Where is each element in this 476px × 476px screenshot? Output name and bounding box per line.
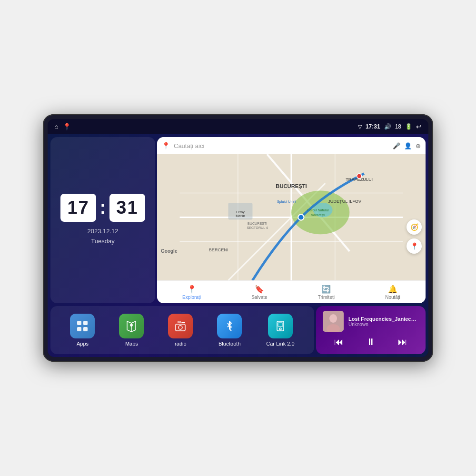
- music-controls: ⏮ ⏸ ⏭: [323, 335, 419, 349]
- news-label: Noutăți: [385, 295, 400, 300]
- clock-date: 2023.12.12 Tuesday: [87, 227, 118, 247]
- svg-text:BUCUREȘTI: BUCUREȘTI: [276, 183, 307, 189]
- status-right-info: ▽ 17:31 🔊 18 🔋 ↩: [358, 123, 422, 130]
- status-bar: ⌂ 📍 ▽ 17:31 🔊 18 🔋 ↩: [48, 119, 428, 134]
- svg-rect-25: [77, 321, 81, 325]
- radio-label: radio: [175, 341, 186, 347]
- svg-point-33: [178, 326, 182, 329]
- top-row: 17 : 31 2023.12.12 Tuesday 📍 Căutați aic…: [48, 134, 428, 305]
- clock-hour: 17: [60, 194, 96, 222]
- status-left-icons: ⌂ 📍: [54, 123, 71, 130]
- map-layers-icon[interactable]: ⊕: [416, 142, 421, 149]
- map-account-icon[interactable]: 👤: [404, 142, 412, 149]
- map-body: BUCUREȘTI JUDEȚUL ILFOV TRAPEZULUI Parcu…: [157, 154, 426, 280]
- svg-rect-34: [181, 322, 185, 323]
- svg-text:Merlin: Merlin: [236, 215, 245, 218]
- app-icons-panel: Apps Maps: [50, 306, 314, 354]
- svg-rect-26: [83, 321, 88, 325]
- clock-minute: 31: [109, 194, 145, 222]
- clock-day-value: Tuesday: [87, 237, 118, 247]
- svg-text:BERCENI: BERCENI: [209, 248, 228, 252]
- map-header: 📍 Căutați aici 🎤 👤 ⊕: [157, 137, 426, 154]
- signal-icon: ▽: [358, 124, 362, 130]
- music-info: Lost Frequencies_Janieck Devy-... Unknow…: [323, 311, 419, 332]
- screen: ⌂ 📍 ▽ 17:31 🔊 18 🔋 ↩ 17 :: [48, 119, 428, 357]
- svg-text:Leroy: Leroy: [236, 210, 245, 214]
- svg-text:SECTORUL 4: SECTORUL 4: [247, 226, 268, 230]
- clock-colon: :: [100, 198, 106, 218]
- svg-text:FM: FM: [178, 321, 181, 324]
- back-icon[interactable]: ↩: [416, 123, 422, 130]
- explore-icon: 📍: [187, 285, 197, 294]
- saved-icon: 🔖: [255, 285, 264, 294]
- saved-label: Salvate: [251, 295, 267, 300]
- volume-icon: 🔊: [384, 123, 391, 130]
- maps-label: Maps: [125, 341, 138, 347]
- music-panel: Lost Frequencies_Janieck Devy-... Unknow…: [316, 306, 426, 354]
- svg-point-31: [130, 324, 133, 327]
- svg-text:BUCUREȘTI: BUCUREȘTI: [248, 222, 267, 226]
- location-icon[interactable]: 📍: [63, 123, 71, 130]
- music-next-button[interactable]: ⏭: [394, 335, 411, 349]
- app-icon-maps[interactable]: Maps: [119, 314, 144, 347]
- map-location-button[interactable]: 📍: [407, 238, 422, 254]
- home-icon[interactable]: ⌂: [54, 123, 58, 130]
- map-search-input[interactable]: Căutați aici: [174, 142, 389, 149]
- music-text-info: Lost Frequencies_Janieck Devy-... Unknow…: [348, 316, 419, 327]
- app-icon-radio[interactable]: FM radio: [168, 314, 193, 347]
- map-nav-news[interactable]: 🔔 Noutăți: [385, 285, 400, 300]
- music-playpause-button[interactable]: ⏸: [362, 335, 379, 349]
- clock-widget: 17 : 31 2023.12.12 Tuesday: [50, 137, 155, 303]
- explore-label: Explorați: [182, 295, 201, 300]
- svg-rect-32: [176, 324, 185, 331]
- bottom-row: Apps Maps: [48, 305, 428, 357]
- clock-date-value: 2023.12.12: [87, 227, 118, 237]
- music-artist: Unknown: [348, 322, 419, 327]
- maps-icon: [119, 314, 144, 338]
- svg-text:Parcul Natural: Parcul Natural: [307, 208, 329, 212]
- svg-rect-27: [77, 327, 81, 331]
- radio-icon: FM: [168, 314, 193, 338]
- map-widget[interactable]: 📍 Căutați aici 🎤 👤 ⊕: [157, 137, 426, 303]
- app-icon-bluetooth[interactable]: Bluetooth: [217, 314, 242, 347]
- news-icon: 🔔: [388, 285, 397, 294]
- map-compass-button[interactable]: 🧭: [407, 219, 422, 235]
- map-nav-saved[interactable]: 🔖 Salvate: [251, 285, 267, 300]
- music-thumbnail: [323, 311, 344, 332]
- apps-label: Apps: [77, 341, 89, 347]
- svg-text:Splaiul Unirii: Splaiul Unirii: [277, 200, 296, 204]
- svg-point-23: [298, 214, 304, 220]
- svg-rect-37: [278, 323, 283, 327]
- svg-text:JUDEȚUL ILFOV: JUDEȚUL ILFOV: [328, 199, 362, 204]
- app-icon-carlink[interactable]: Car Link 2.0: [266, 314, 294, 347]
- main-area: 17 : 31 2023.12.12 Tuesday 📍 Căutați aic…: [48, 134, 428, 357]
- music-title: Lost Frequencies_Janieck Devy-...: [348, 316, 419, 322]
- map-header-icons: 🎤 👤 ⊕: [393, 142, 421, 149]
- google-logo: Google: [161, 248, 177, 254]
- volume-level: 18: [395, 123, 401, 130]
- svg-text:Văcărești: Văcărești: [311, 213, 325, 217]
- svg-rect-28: [83, 327, 88, 331]
- app-icon-apps[interactable]: Apps: [70, 314, 95, 347]
- time-display: 17:31: [366, 123, 380, 130]
- device-frame: ⌂ 📍 ▽ 17:31 🔊 18 🔋 ↩ 17 :: [43, 114, 433, 362]
- bluetooth-label: Bluetooth: [218, 341, 240, 347]
- bluetooth-icon: [217, 314, 242, 338]
- carlink-icon: [268, 314, 293, 338]
- map-pin-icon: 📍: [162, 142, 170, 149]
- share-icon: 🔄: [321, 285, 331, 294]
- svg-point-40: [329, 314, 337, 323]
- battery-icon: 🔋: [405, 123, 412, 130]
- map-nav-explore[interactable]: 📍 Explorați: [182, 285, 201, 300]
- share-label: Trimiteți: [318, 295, 335, 300]
- carlink-label: Car Link 2.0: [266, 341, 294, 347]
- clock-display: 17 : 31: [60, 194, 145, 222]
- map-footer-nav: 📍 Explorați 🔖 Salvate 🔄 Trimiteți �: [157, 280, 426, 303]
- apps-icon: [70, 314, 95, 338]
- svg-point-38: [279, 328, 281, 330]
- map-nav-share[interactable]: 🔄 Trimiteți: [318, 285, 335, 300]
- map-mic-icon[interactable]: 🎤: [393, 142, 400, 149]
- svg-point-24: [357, 174, 362, 178]
- music-prev-button[interactable]: ⏮: [330, 335, 347, 349]
- music-thumbnail-image: [323, 311, 344, 332]
